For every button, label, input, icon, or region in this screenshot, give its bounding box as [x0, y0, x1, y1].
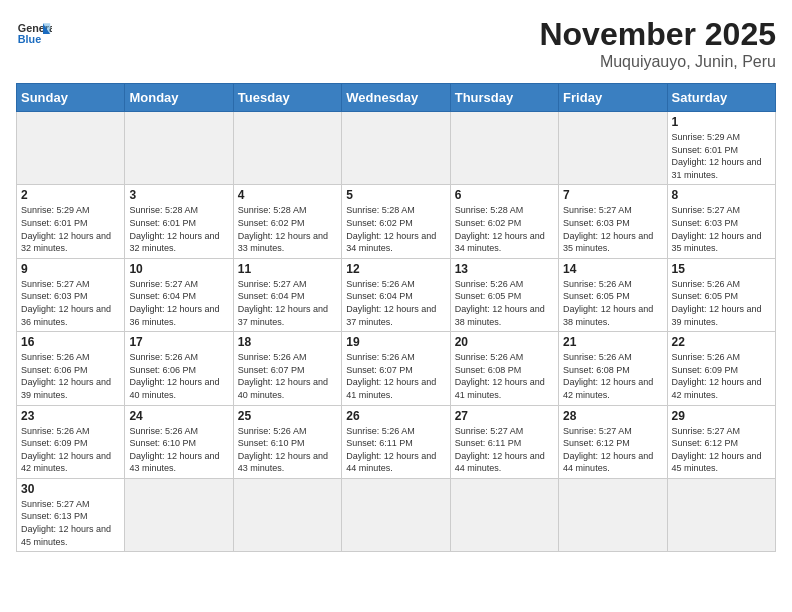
calendar-row: 16Sunrise: 5:26 AMSunset: 6:06 PMDayligh… — [17, 332, 776, 405]
table-row: 30Sunrise: 5:27 AMSunset: 6:13 PMDayligh… — [17, 478, 125, 551]
table-row: 29Sunrise: 5:27 AMSunset: 6:12 PMDayligh… — [667, 405, 775, 478]
table-row: 27Sunrise: 5:27 AMSunset: 6:11 PMDayligh… — [450, 405, 558, 478]
day-info: Sunrise: 5:26 AMSunset: 6:06 PMDaylight:… — [21, 351, 120, 401]
day-info: Sunrise: 5:26 AMSunset: 6:04 PMDaylight:… — [346, 278, 445, 328]
day-info: Sunrise: 5:26 AMSunset: 6:07 PMDaylight:… — [346, 351, 445, 401]
day-number: 11 — [238, 262, 337, 276]
day-number: 19 — [346, 335, 445, 349]
table-row: 21Sunrise: 5:26 AMSunset: 6:08 PMDayligh… — [559, 332, 667, 405]
header-thursday: Thursday — [450, 84, 558, 112]
day-info: Sunrise: 5:27 AMSunset: 6:04 PMDaylight:… — [129, 278, 228, 328]
table-row: 24Sunrise: 5:26 AMSunset: 6:10 PMDayligh… — [125, 405, 233, 478]
day-info: Sunrise: 5:27 AMSunset: 6:03 PMDaylight:… — [672, 204, 771, 254]
calendar-row: 1Sunrise: 5:29 AMSunset: 6:01 PMDaylight… — [17, 112, 776, 185]
table-row: 17Sunrise: 5:26 AMSunset: 6:06 PMDayligh… — [125, 332, 233, 405]
day-number: 28 — [563, 409, 662, 423]
table-row: 8Sunrise: 5:27 AMSunset: 6:03 PMDaylight… — [667, 185, 775, 258]
calendar-table: Sunday Monday Tuesday Wednesday Thursday… — [16, 83, 776, 552]
day-info: Sunrise: 5:26 AMSunset: 6:08 PMDaylight:… — [455, 351, 554, 401]
day-info: Sunrise: 5:26 AMSunset: 6:07 PMDaylight:… — [238, 351, 337, 401]
header-saturday: Saturday — [667, 84, 775, 112]
day-info: Sunrise: 5:28 AMSunset: 6:01 PMDaylight:… — [129, 204, 228, 254]
day-number: 26 — [346, 409, 445, 423]
day-info: Sunrise: 5:27 AMSunset: 6:03 PMDaylight:… — [21, 278, 120, 328]
day-number: 10 — [129, 262, 228, 276]
table-row — [342, 112, 450, 185]
table-row: 11Sunrise: 5:27 AMSunset: 6:04 PMDayligh… — [233, 258, 341, 331]
day-number: 6 — [455, 188, 554, 202]
day-number: 25 — [238, 409, 337, 423]
page-header: General Blue November 2025 Muquiyauyo, J… — [16, 16, 776, 71]
day-number: 2 — [21, 188, 120, 202]
table-row — [17, 112, 125, 185]
calendar-row: 23Sunrise: 5:26 AMSunset: 6:09 PMDayligh… — [17, 405, 776, 478]
calendar-row: 30Sunrise: 5:27 AMSunset: 6:13 PMDayligh… — [17, 478, 776, 551]
day-number: 3 — [129, 188, 228, 202]
table-row: 16Sunrise: 5:26 AMSunset: 6:06 PMDayligh… — [17, 332, 125, 405]
day-number: 29 — [672, 409, 771, 423]
day-info: Sunrise: 5:26 AMSunset: 6:05 PMDaylight:… — [563, 278, 662, 328]
logo-icon: General Blue — [16, 16, 52, 52]
day-info: Sunrise: 5:26 AMSunset: 6:09 PMDaylight:… — [672, 351, 771, 401]
table-row: 25Sunrise: 5:26 AMSunset: 6:10 PMDayligh… — [233, 405, 341, 478]
table-row: 22Sunrise: 5:26 AMSunset: 6:09 PMDayligh… — [667, 332, 775, 405]
table-row: 20Sunrise: 5:26 AMSunset: 6:08 PMDayligh… — [450, 332, 558, 405]
day-number: 13 — [455, 262, 554, 276]
header-tuesday: Tuesday — [233, 84, 341, 112]
day-info: Sunrise: 5:27 AMSunset: 6:13 PMDaylight:… — [21, 498, 120, 548]
table-row — [559, 478, 667, 551]
calendar-title: November 2025 — [539, 16, 776, 53]
day-info: Sunrise: 5:26 AMSunset: 6:10 PMDaylight:… — [238, 425, 337, 475]
table-row — [125, 112, 233, 185]
day-number: 14 — [563, 262, 662, 276]
day-info: Sunrise: 5:28 AMSunset: 6:02 PMDaylight:… — [455, 204, 554, 254]
svg-text:Blue: Blue — [18, 33, 41, 45]
calendar-subtitle: Muquiyauyo, Junin, Peru — [539, 53, 776, 71]
day-number: 20 — [455, 335, 554, 349]
table-row: 5Sunrise: 5:28 AMSunset: 6:02 PMDaylight… — [342, 185, 450, 258]
day-info: Sunrise: 5:27 AMSunset: 6:03 PMDaylight:… — [563, 204, 662, 254]
day-number: 18 — [238, 335, 337, 349]
table-row — [559, 112, 667, 185]
weekday-header-row: Sunday Monday Tuesday Wednesday Thursday… — [17, 84, 776, 112]
day-info: Sunrise: 5:27 AMSunset: 6:04 PMDaylight:… — [238, 278, 337, 328]
day-info: Sunrise: 5:28 AMSunset: 6:02 PMDaylight:… — [346, 204, 445, 254]
day-info: Sunrise: 5:26 AMSunset: 6:10 PMDaylight:… — [129, 425, 228, 475]
day-info: Sunrise: 5:27 AMSunset: 6:12 PMDaylight:… — [563, 425, 662, 475]
table-row: 9Sunrise: 5:27 AMSunset: 6:03 PMDaylight… — [17, 258, 125, 331]
day-number: 17 — [129, 335, 228, 349]
table-row — [233, 478, 341, 551]
day-number: 27 — [455, 409, 554, 423]
day-info: Sunrise: 5:27 AMSunset: 6:12 PMDaylight:… — [672, 425, 771, 475]
table-row: 7Sunrise: 5:27 AMSunset: 6:03 PMDaylight… — [559, 185, 667, 258]
table-row: 26Sunrise: 5:26 AMSunset: 6:11 PMDayligh… — [342, 405, 450, 478]
day-info: Sunrise: 5:26 AMSunset: 6:11 PMDaylight:… — [346, 425, 445, 475]
day-number: 16 — [21, 335, 120, 349]
table-row: 15Sunrise: 5:26 AMSunset: 6:05 PMDayligh… — [667, 258, 775, 331]
table-row — [450, 478, 558, 551]
table-row: 3Sunrise: 5:28 AMSunset: 6:01 PMDaylight… — [125, 185, 233, 258]
day-info: Sunrise: 5:26 AMSunset: 6:05 PMDaylight:… — [455, 278, 554, 328]
day-info: Sunrise: 5:27 AMSunset: 6:11 PMDaylight:… — [455, 425, 554, 475]
calendar-row: 9Sunrise: 5:27 AMSunset: 6:03 PMDaylight… — [17, 258, 776, 331]
day-number: 21 — [563, 335, 662, 349]
table-row: 14Sunrise: 5:26 AMSunset: 6:05 PMDayligh… — [559, 258, 667, 331]
table-row: 19Sunrise: 5:26 AMSunset: 6:07 PMDayligh… — [342, 332, 450, 405]
day-number: 24 — [129, 409, 228, 423]
day-number: 4 — [238, 188, 337, 202]
day-number: 22 — [672, 335, 771, 349]
table-row: 4Sunrise: 5:28 AMSunset: 6:02 PMDaylight… — [233, 185, 341, 258]
day-number: 9 — [21, 262, 120, 276]
header-wednesday: Wednesday — [342, 84, 450, 112]
table-row: 18Sunrise: 5:26 AMSunset: 6:07 PMDayligh… — [233, 332, 341, 405]
header-friday: Friday — [559, 84, 667, 112]
table-row — [450, 112, 558, 185]
table-row — [342, 478, 450, 551]
day-info: Sunrise: 5:26 AMSunset: 6:08 PMDaylight:… — [563, 351, 662, 401]
day-number: 5 — [346, 188, 445, 202]
table-row: 10Sunrise: 5:27 AMSunset: 6:04 PMDayligh… — [125, 258, 233, 331]
day-info: Sunrise: 5:29 AMSunset: 6:01 PMDaylight:… — [672, 131, 771, 181]
table-row: 6Sunrise: 5:28 AMSunset: 6:02 PMDaylight… — [450, 185, 558, 258]
header-sunday: Sunday — [17, 84, 125, 112]
day-number: 1 — [672, 115, 771, 129]
